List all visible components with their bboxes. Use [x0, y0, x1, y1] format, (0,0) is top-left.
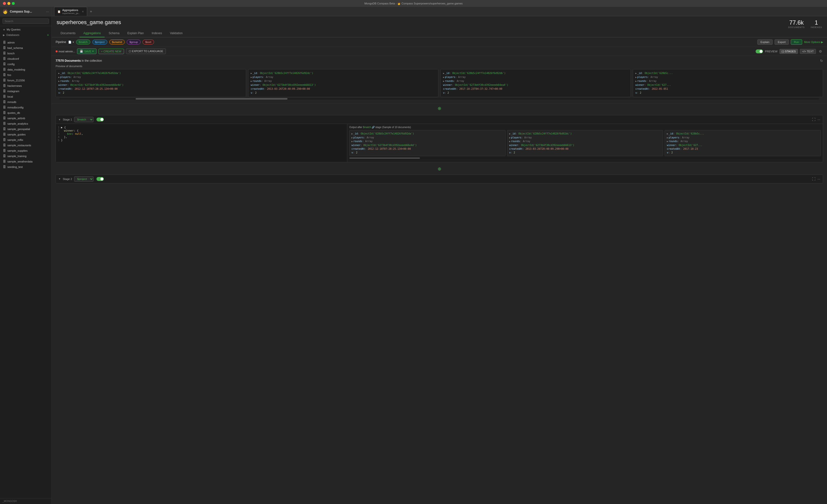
db-icon: 🗄 [3, 62, 6, 66]
search-input[interactable] [2, 18, 49, 24]
tab-close-icon[interactable]: ✕ [82, 10, 84, 13]
documents-count: 77.6k [788, 19, 805, 26]
db-icon: 🗄 [3, 84, 6, 88]
stage-1-toggle[interactable] [96, 117, 104, 121]
sidebar-item-sample-analytics[interactable]: 🗄 sample_analytics [0, 121, 51, 126]
sidebar-menu-button[interactable]: ··· [46, 10, 49, 13]
sidebar-item-databases[interactable]: ▶ Databases + [0, 32, 51, 38]
stage-project-tag[interactable]: $project [92, 40, 107, 45]
settings-icon[interactable]: ⚙ [818, 49, 823, 53]
sidebar-item-sample-weatherdata[interactable]: 🗄 sample_weatherdata [0, 159, 51, 164]
sidebar-item-sample-geospatial[interactable]: 🗄 sample_geospatial [0, 126, 51, 132]
save-icon: 💾 [80, 50, 83, 53]
stage-2-chevron[interactable]: ▼ [58, 177, 61, 180]
tab-explain-plan[interactable]: Explain Plan [123, 30, 148, 37]
sidebar-item-admin[interactable]: 🗄 admin [0, 40, 51, 45]
stage-1-select[interactable]: $match $project $group $sort $unwind [74, 117, 94, 122]
sidebar-item-foo[interactable]: 🗄 foo [0, 72, 51, 78]
tab-label: Aggregations superheroes_ga... [62, 9, 80, 14]
refresh-icon[interactable]: ↻ [820, 59, 823, 63]
stage-2-toggle-track[interactable] [96, 177, 104, 181]
minimize-button[interactable] [7, 2, 10, 5]
create-new-button[interactable]: + CREATE NEW [98, 49, 124, 54]
window-controls[interactable] [3, 2, 15, 5]
add-database-icon[interactable]: + [47, 33, 49, 37]
db-icon: 🗄 [3, 41, 6, 44]
stage-2-select[interactable]: $project $match $group $sort $unwind [74, 176, 94, 182]
export-to-language-button[interactable]: ⬡ EXPORT TO LANGUAGE [126, 48, 166, 54]
stage-1-section: ▼ Stage 1 $match $project $group $sort $… [56, 115, 823, 162]
sidebar-header[interactable]: 🧑 Compass Sup... ··· [0, 7, 51, 16]
stage-match-tag[interactable]: $match [76, 40, 90, 45]
pipeline-file-button[interactable]: 📄 ▾ [68, 41, 74, 44]
sidebar-item-config[interactable]: 🗄 config [0, 61, 51, 67]
tab-aggregations[interactable]: 📋 Aggregations superheroes_ga... ✕ [54, 7, 87, 16]
output-1-scrollbar[interactable] [349, 158, 821, 159]
sidebar-item-sample-restaurants[interactable]: 🗄 sample_restaurants [0, 143, 51, 148]
output-doc-1: ▶_id: ObjectId('628b5c24ff7e14826f6d92da… [349, 130, 505, 156]
sidebar-item-forum[interactable]: 🗄 forum_211556 [0, 78, 51, 83]
sidebar-item-sample-supplies[interactable]: 🗄 sample_supplies [0, 148, 51, 153]
stats-panel: 77.6k DOCUMENTS 1 INDEXES [788, 19, 822, 29]
explain-button[interactable]: Explain [757, 39, 773, 45]
sidebar-item-bosch[interactable]: 🗄 bosch [0, 51, 51, 56]
stage-2-expand-icon[interactable]: ⛶ [812, 177, 816, 181]
stage-unwind-tag[interactable]: $unwind [109, 40, 125, 45]
db-icon: 🗄 [3, 95, 6, 98]
section-header: 77570 Documents in the collection ↻ [56, 59, 823, 63]
sidebar-nav: ★ My Queries ▶ Databases + 🗄 admin 🗄 bad… [0, 26, 51, 498]
save-button[interactable]: 💾 SAVE ▾ [77, 48, 96, 54]
sidebar-item-sample-mflix[interactable]: 🗄 sample_mflix [0, 137, 51, 143]
run-button[interactable]: Run [791, 39, 802, 45]
preview-toggle[interactable] [756, 49, 763, 53]
sidebar-item-my-queries[interactable]: ★ My Queries [0, 27, 51, 32]
stage-1-chevron[interactable]: ▼ [58, 118, 61, 121]
sidebar-item-sample-training[interactable]: 🗄 sample_training [0, 153, 51, 159]
stage-2-toggle[interactable] [96, 177, 104, 181]
stage-group-tag[interactable]: $group [127, 40, 141, 45]
tab-indexes[interactable]: Indexes [148, 30, 166, 37]
add-stage-button-2[interactable]: ⊕ [437, 165, 442, 173]
add-stage-button-1[interactable]: ⊕ [437, 105, 442, 112]
stage-1-more-icon[interactable]: ··· [817, 117, 820, 121]
preview-label: PREVIEW [765, 50, 778, 53]
stage-1-output-header: Output after $match 🔗 stage (Sample of 1… [349, 126, 821, 128]
sidebar-item-seeding-test[interactable]: 🗄 seeding_test [0, 164, 51, 170]
stage-1-editor[interactable]: 1▶ { 2winner: { 3$ne: null, 4}, 5} [56, 124, 347, 162]
window-title: MongoDB Compass Beta - 🧑 Compass Superpo… [364, 2, 463, 5]
sidebar-item-sample-airbnb[interactable]: 🗄 sample_airbnb [0, 116, 51, 121]
stage-1-toggle-track[interactable] [96, 117, 104, 121]
sidebar-item-mmsdb[interactable]: 🗄 mmsdb [0, 99, 51, 105]
output-doc-2: ▶_id: ObjectId('628b5c24ff7e14826f6d92dc… [507, 130, 663, 156]
tab-aggregations[interactable]: Aggregations [80, 30, 105, 37]
tab-validation[interactable]: Validation [166, 30, 187, 37]
sidebar-item-data-modeling[interactable]: 🗄 data_modeling [0, 67, 51, 72]
maximize-button[interactable] [12, 2, 15, 5]
more-options-button[interactable]: More Options ▶ [804, 41, 823, 44]
documents-grid: ▶_id: ObjectId('628b5c24ff7e14826f6d92da… [56, 69, 823, 97]
sidebar-item-instagram[interactable]: 🗄 instagram [0, 89, 51, 94]
docs-scrollbar[interactable] [59, 98, 819, 100]
stage-2-more-icon[interactable]: ··· [817, 177, 820, 181]
text-view-button[interactable]: </> TEXT [800, 49, 816, 54]
db-icon: 🗄 [3, 165, 6, 169]
tab-icon: 📋 [57, 10, 61, 13]
stages-view-button[interactable]: { } STAGES [779, 49, 798, 54]
sidebar-item-cloudconf[interactable]: 🗄 cloudconf [0, 56, 51, 61]
export-button[interactable]: Export [775, 39, 789, 45]
toggle-track[interactable] [756, 49, 763, 53]
close-button[interactable] [3, 2, 6, 5]
tab-documents[interactable]: Documents [57, 30, 80, 37]
stage-sort-tag[interactable]: $sort [143, 40, 154, 45]
stage-1-header: ▼ Stage 1 $match $project $group $sort $… [56, 115, 823, 124]
sidebar-item-bad-schema[interactable]: 🗄 bad_schema [0, 45, 51, 51]
collection-db: superheroes_game [57, 19, 103, 25]
sidebar-item-quotes-db[interactable]: 🗄 quotes_db [0, 110, 51, 116]
sidebar-item-sample-guides[interactable]: 🗄 sample_guides [0, 132, 51, 137]
sidebar-item-hackernews[interactable]: 🗄 hackernews [0, 83, 51, 89]
sidebar-item-local[interactable]: 🗄 local [0, 94, 51, 99]
add-tab-button[interactable]: + [88, 9, 94, 14]
tab-schema[interactable]: Schema [105, 30, 123, 37]
sidebar-item-mmsdbconfig[interactable]: 🗄 mmsdbconfig [0, 105, 51, 110]
stage-1-expand-icon[interactable]: ⛶ [812, 117, 816, 121]
